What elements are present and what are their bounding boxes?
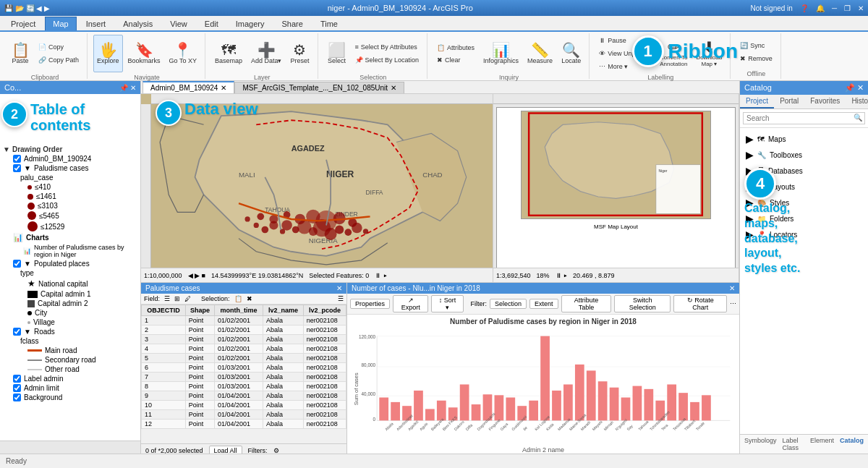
locate-btn[interactable]: 🔍 Locate [558,35,584,72]
tab-view[interactable]: View [162,17,195,30]
close-btn[interactable]: ✕ [858,4,864,12]
measure-btn[interactable]: 📏 Measure [524,35,556,72]
field-icon1[interactable]: ☰ [164,295,170,302]
catalog-tab-portal[interactable]: Portal [774,95,804,109]
sel-icon1[interactable]: 📋 [234,295,242,302]
copy-path-btn[interactable]: 🔗Copy Path [35,54,82,66]
catalog-tab-project[interactable]: Project [740,95,774,109]
clear-btn[interactable]: ✖Clear [433,54,478,66]
map-play-pause[interactable]: ⏸ ▶ [375,272,387,279]
layer-populated[interactable]: ▼ Populated places [3,259,137,268]
help-btn[interactable]: ❓ [800,4,809,12]
toolboxes-expand-icon[interactable]: ▶ [746,149,754,161]
switch-selection-btn[interactable]: Switch Selection [614,295,671,312]
attributes-btn[interactable]: 📋Attributes [433,42,478,54]
col-lv2-pcode[interactable]: lv2_pcode [303,305,346,316]
tab-project[interactable]: Project [3,17,43,30]
chart-close-btn[interactable]: ✕ [729,284,735,292]
sync-btn[interactable]: 🔄Sync [736,40,776,51]
layout-view[interactable]: Niger MSF Map Layout 1:3,692,540 18% ⏸ ▶… [493,94,739,282]
footer-catalog[interactable]: Catalog [840,437,864,451]
layout-play-pause[interactable]: ⏸ ▶ [556,272,568,279]
sort-btn[interactable]: ↕ Sort ▾ [431,295,463,312]
attribute-table-btn[interactable]: Attribute Table [561,295,612,312]
minimize-btn[interactable]: ─ [832,4,837,12]
load-all-btn[interactable]: Load All [209,446,242,454]
table-row[interactable]: 3Point01/02/2001Abalaner002108 [142,335,346,344]
layer-label-admin[interactable]: Label admin [3,374,137,383]
footer-symbology[interactable]: Symbology [744,437,777,451]
tab-map[interactable]: Map [45,17,76,30]
map-tab-admin0[interactable]: Admin0_BM_190924 ✕ [142,81,234,93]
catalog-tab-history[interactable]: History [846,95,868,109]
layer-roads[interactable]: ▼ Roads [3,327,137,336]
select-by-attributes-btn[interactable]: ≡Select By Attributes [352,41,423,53]
footer-label-class[interactable]: Label Class [783,437,804,451]
layer-roads-checkbox[interactable] [13,328,21,336]
tab-edit[interactable]: Edit [197,17,226,30]
footer-element[interactable]: Element [810,437,834,451]
filter-options[interactable]: ⚙ [273,447,279,454]
select-by-location-btn[interactable]: 📌Select By Location [352,54,423,66]
map-view[interactable]: 3 Data view [141,94,493,282]
tab-imagery[interactable]: Imagery [228,17,273,30]
table-row[interactable]: 9Point01/04/2001Abalaner002108 [142,391,346,401]
col-month-time[interactable]: month_time [215,305,263,316]
titlebar-controls[interactable]: Not signed in ❓ 🔔 ─ ❐ ✕ [751,4,864,12]
restore-btn[interactable]: ❐ [844,4,851,12]
go-to-xy-btn[interactable]: 📍 Go To XY [166,35,200,72]
remove-btn[interactable]: ✖Remove [736,53,776,64]
layer-populated-checkbox[interactable] [13,260,21,268]
search-icon[interactable]: 🔍 [854,114,862,122]
basemap-btn[interactable]: 🗺 Basemap [211,35,246,72]
field-icon3[interactable]: 🖊 [184,295,191,302]
layer-paludisme[interactable]: ▼ Paludisme cases [3,163,137,173]
attr-table-body[interactable]: OBJECTID Shape month_time lv2_name lv2_p… [141,305,346,443]
toc-pin[interactable]: 📌 ✕ [119,84,136,92]
map-tab-layout[interactable]: MSF_ArcGIS_Template_..._EN_102_085Unit ✕ [234,82,404,93]
explore-btn[interactable]: 🖐 Explore [93,35,123,72]
select-btn[interactable]: ⬜ Select [324,35,350,72]
rotate-chart-btn[interactable]: ↻ Rotate Chart [673,295,727,312]
table-row[interactable]: 6Point01/03/2001Abalaner002108 [142,363,346,373]
attr-table-close[interactable]: ✕ [336,284,342,292]
filter-selection-btn[interactable]: Selection [490,299,527,309]
catalog-item-toolboxes[interactable]: ▶ 🔧 Toolboxes [743,147,865,163]
filter-extent-btn[interactable]: Extent [529,299,558,309]
search-input[interactable] [743,112,865,124]
field-icon2[interactable]: ⊞ [174,295,180,302]
preset-btn[interactable]: ⚙ Preset [286,35,312,72]
col-lv2-name[interactable]: lv2_name [263,305,303,316]
layer-background[interactable]: Background [3,393,137,402]
table-row[interactable]: 1Point01/02/2001Abalaner002108 [142,316,346,326]
map-tab-layout-close[interactable]: ✕ [391,84,396,92]
infographics-btn[interactable]: 📊 Infographics [480,35,522,72]
col-shape[interactable]: Shape [185,305,214,316]
table-row[interactable]: 4Point01/02/2001Abalaner002108 [142,344,346,354]
layer-paludisme-checkbox[interactable] [13,164,21,172]
tab-insert[interactable]: Insert [78,17,114,30]
copy-btn[interactable]: 📄Copy [35,41,82,53]
table-row[interactable]: 11Point01/04/2001Abalaner002108 [142,410,346,420]
layer-background-checkbox[interactable] [13,393,21,401]
table-options[interactable]: ☰ [338,295,344,302]
paste-btn[interactable]: 📋 Paste [7,35,33,72]
col-objectid[interactable]: OBJECTID [142,305,186,316]
properties-btn[interactable]: Properties [350,299,390,309]
table-row[interactable]: 2Point01/02/2001Abalaner002108 [142,326,346,335]
layer-admin-limit-checkbox[interactable] [13,384,21,392]
notification-btn[interactable]: 🔔 [816,4,825,12]
tab-time[interactable]: Time [312,17,346,30]
catalog-item-maps[interactable]: ▶ 🗺 Maps [743,131,865,147]
add-data-btn[interactable]: ➕ Add Data▾ [247,35,286,72]
catalog-controls[interactable]: 📌 ✕ [845,83,864,93]
export-btn[interactable]: ↗ Export [393,295,428,312]
layer-admin0[interactable]: Admin0_BM_190924 [3,154,137,163]
table-row[interactable]: 5Point01/02/2001Abalaner002108 [142,354,346,363]
map-controls[interactable]: ◀ ▶ ■ [188,272,205,279]
table-row[interactable]: 10Point01/04/2001Abalaner002108 [142,401,346,410]
sel-icon2[interactable]: ✖ [247,295,252,302]
map-tab-admin0-close[interactable]: ✕ [221,84,226,92]
chart-more[interactable]: ⋯ [730,300,736,307]
bookmarks-btn[interactable]: 🔖 Bookmarks [124,35,164,72]
